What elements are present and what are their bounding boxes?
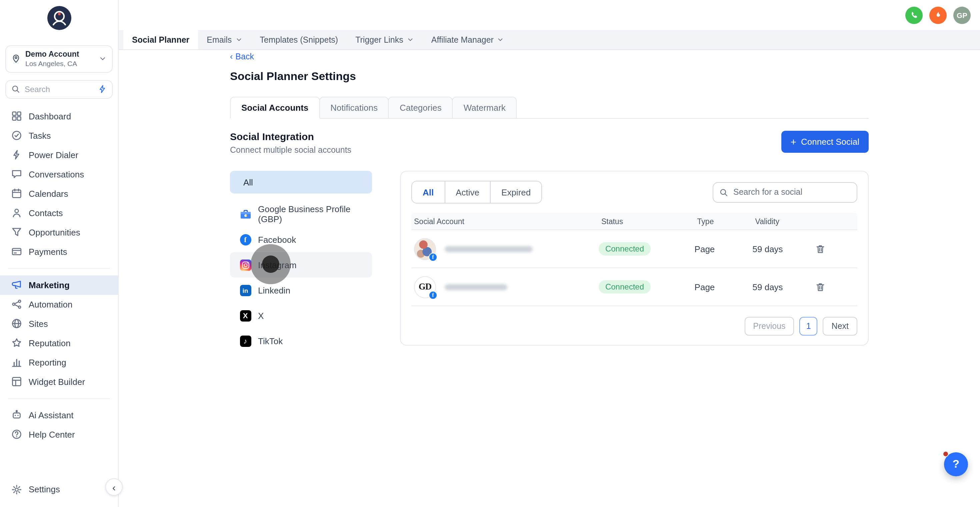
phone-icon[interactable] bbox=[905, 6, 923, 24]
funnel-icon bbox=[11, 227, 22, 238]
main-area: GP Social Planner Emails Templates (Snip… bbox=[119, 0, 980, 507]
sidebar-item-tasks[interactable]: Tasks bbox=[0, 126, 118, 145]
tab-social-planner[interactable]: Social Planner bbox=[123, 30, 198, 49]
sidebar-item-sites[interactable]: Sites bbox=[0, 314, 118, 333]
filter-all-button[interactable]: All bbox=[412, 182, 444, 203]
screen: Demo Account Los Angeles, CA Dashboard bbox=[0, 0, 980, 507]
facebook-badge-icon: f bbox=[429, 290, 438, 299]
tab-notifications[interactable]: Notifications bbox=[319, 97, 389, 118]
sidebar-nav-support: Ai Assistant Help Center bbox=[0, 405, 118, 444]
platform-item-x[interactable]: X X bbox=[230, 303, 372, 328]
platform-item-facebook[interactable]: f Facebook bbox=[230, 227, 372, 252]
chevron-left-icon: ‹ bbox=[112, 481, 116, 493]
help-fab[interactable]: ? bbox=[944, 452, 968, 476]
star-icon bbox=[11, 338, 22, 348]
delete-account-button[interactable] bbox=[813, 279, 828, 295]
section-header: Social Integration Connect multiple soci… bbox=[230, 131, 869, 155]
chevron-down-icon bbox=[99, 55, 107, 63]
sidebar: Demo Account Los Angeles, CA Dashboard bbox=[0, 0, 119, 507]
workflow-icon bbox=[11, 299, 22, 309]
search-icon bbox=[719, 188, 728, 196]
delete-account-button[interactable] bbox=[813, 241, 828, 257]
social-search bbox=[713, 182, 858, 202]
sidebar-item-opportunities[interactable]: Opportunities bbox=[0, 223, 118, 242]
back-link[interactable]: ‹ Back bbox=[230, 52, 254, 61]
previous-page-button[interactable]: Previous bbox=[745, 317, 794, 336]
tab-label: Categories bbox=[400, 103, 442, 113]
tab-label: Social Accounts bbox=[241, 103, 308, 113]
facebook-icon: f bbox=[239, 233, 251, 246]
sidebar-item-payments[interactable]: Payments bbox=[0, 242, 118, 261]
platform-item-instagram[interactable]: Instagram bbox=[230, 252, 372, 277]
page-content: ‹ Back Social Planner Settings Social Ac… bbox=[119, 50, 980, 354]
platform-item-gbp[interactable]: Google Business Profile (GBP) bbox=[230, 201, 372, 227]
sidebar-item-help-center[interactable]: Help Center bbox=[0, 425, 118, 444]
filter-label: Expired bbox=[501, 187, 531, 197]
sidebar-item-label: Settings bbox=[29, 484, 60, 494]
account-switcher[interactable]: Demo Account Los Angeles, CA bbox=[5, 45, 113, 72]
account-name: Demo Account bbox=[25, 49, 94, 59]
platform-item-tiktok[interactable]: ♪ TikTok bbox=[230, 328, 372, 354]
current-page-button[interactable]: 1 bbox=[800, 317, 818, 336]
quick-actions-bolt-icon[interactable] bbox=[98, 85, 107, 93]
tab-social-accounts[interactable]: Social Accounts bbox=[230, 97, 320, 119]
platform-label: X bbox=[258, 311, 264, 320]
next-page-button[interactable]: Next bbox=[823, 317, 858, 336]
module-tab-label: Templates (Snippets) bbox=[260, 35, 338, 45]
whats-new-flame-icon[interactable] bbox=[929, 6, 947, 24]
section-subtitle: Connect multiple social accounts bbox=[230, 145, 352, 155]
tab-categories[interactable]: Categories bbox=[388, 97, 453, 118]
sidebar-item-label: Conversations bbox=[29, 169, 84, 179]
connect-social-button[interactable]: + Connect Social bbox=[781, 131, 869, 153]
sidebar-item-label: Sites bbox=[29, 319, 48, 328]
sidebar-item-conversations[interactable]: Conversations bbox=[0, 164, 118, 184]
back-label: Back bbox=[235, 52, 254, 61]
notification-dot bbox=[943, 451, 949, 457]
filter-active-button[interactable]: Active bbox=[444, 182, 490, 203]
facebook-badge-icon: f bbox=[429, 252, 438, 261]
sidebar-search-input[interactable] bbox=[25, 84, 93, 94]
tab-affiliate-manager[interactable]: Affiliate Manager bbox=[423, 30, 513, 49]
layout-icon bbox=[11, 376, 22, 387]
platform-item-linkedin[interactable]: in Linkedin bbox=[230, 277, 372, 303]
sidebar-item-reporting[interactable]: Reporting bbox=[0, 352, 118, 372]
sidebar-collapse-button[interactable]: ‹ bbox=[105, 478, 123, 496]
sidebar-item-ai-assistant[interactable]: Ai Assistant bbox=[0, 405, 118, 425]
trash-icon bbox=[815, 244, 825, 254]
tab-templates-snippets[interactable]: Templates (Snippets) bbox=[251, 30, 347, 49]
module-tab-label: Trigger Links bbox=[355, 35, 403, 45]
platform-label: Linkedin bbox=[258, 285, 290, 295]
table-header: Social Account Status Type Validity bbox=[411, 213, 858, 230]
sidebar-item-dashboard[interactable]: Dashboard bbox=[0, 107, 118, 126]
sidebar-item-marketing[interactable]: Marketing bbox=[0, 275, 118, 295]
settings-tabs: Social Accounts Notifications Categories… bbox=[230, 97, 869, 119]
sidebar-item-contacts[interactable]: Contacts bbox=[0, 203, 118, 223]
tab-watermark[interactable]: Watermark bbox=[452, 97, 517, 118]
chevron-down-icon bbox=[497, 36, 504, 43]
filter-expired-button[interactable]: Expired bbox=[490, 182, 541, 203]
divider bbox=[8, 398, 110, 399]
location-pin-icon bbox=[11, 54, 21, 64]
power-dialer-icon bbox=[11, 150, 22, 160]
platform-item-all[interactable]: All bbox=[230, 171, 372, 193]
sidebar-item-automation[interactable]: Automation bbox=[0, 295, 118, 314]
account-avatar: f bbox=[414, 238, 436, 260]
sidebar-item-label: Power Dialer bbox=[29, 150, 78, 160]
tab-emails[interactable]: Emails bbox=[198, 30, 251, 49]
sidebar-item-label: Dashboard bbox=[29, 111, 71, 121]
user-avatar[interactable]: GP bbox=[953, 6, 970, 24]
status-badge: Connected bbox=[599, 242, 651, 255]
tab-trigger-links[interactable]: Trigger Links bbox=[347, 30, 423, 49]
app-window: Demo Account Los Angeles, CA Dashboard bbox=[0, 0, 980, 507]
google-business-profile-icon bbox=[239, 208, 251, 220]
sidebar-item-label: Payments bbox=[29, 247, 67, 257]
sidebar-item-calendars[interactable]: Calendars bbox=[0, 184, 118, 203]
page-title: Social Planner Settings bbox=[230, 70, 869, 83]
tab-label: Watermark bbox=[464, 103, 506, 113]
sidebar-item-widget-builder[interactable]: Widget Builder bbox=[0, 372, 118, 391]
module-tab-label: Emails bbox=[207, 35, 232, 45]
sidebar-item-reputation[interactable]: Reputation bbox=[0, 333, 118, 352]
social-search-input[interactable] bbox=[713, 182, 858, 202]
sidebar-item-power-dialer[interactable]: Power Dialer bbox=[0, 145, 118, 164]
sidebar-item-settings[interactable]: Settings bbox=[0, 480, 118, 499]
